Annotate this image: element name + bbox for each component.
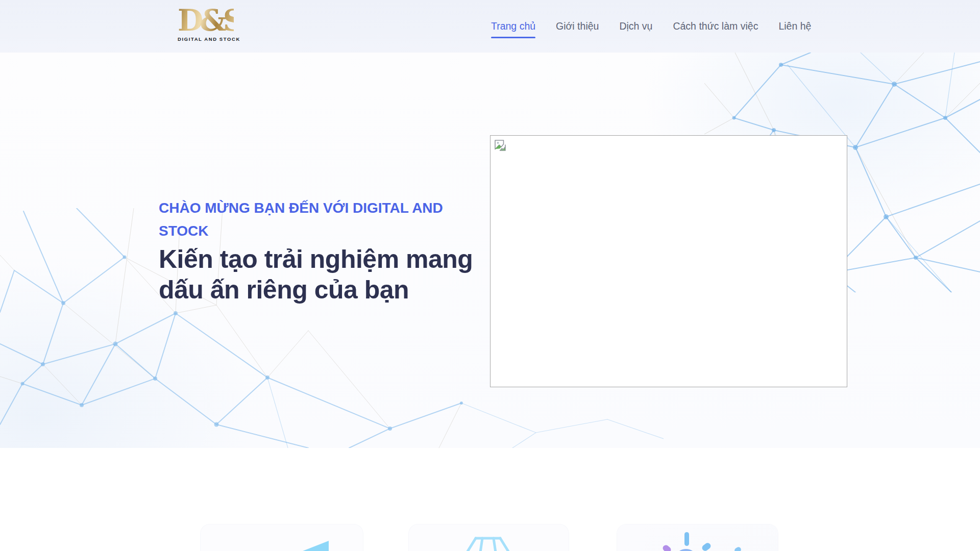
hero-heading-line2: dấu ấn riêng của bạn (159, 274, 473, 305)
header: D&S DIGITAL AND STOCK Trang chủ Giới thi… (0, 0, 980, 53)
feature-card-3 (617, 524, 778, 551)
feature-card-1 (201, 524, 363, 551)
nav-item-contact[interactable]: Liên hệ (778, 20, 811, 32)
hero-image-placeholder (490, 135, 847, 387)
main-navigation: Trang chủ Giới thiệu Dịch vụ Cách thức l… (491, 0, 811, 53)
lightbulb-ray-far-icon (733, 546, 742, 551)
hero-heading: Kiến tạo trải nghiệm mang dấu ấn riêng c… (159, 244, 473, 305)
lightbulb-icon (674, 549, 698, 551)
nav-item-about[interactable]: Giới thiệu (556, 20, 599, 32)
lightbulb-ray-top-icon (684, 532, 689, 546)
brand-monogram: D&S (178, 6, 234, 35)
hero-heading-line1: Kiến tạo trải nghiệm mang (159, 244, 473, 274)
nav-item-process[interactable]: Cách thức làm việc (673, 20, 758, 32)
lightbulb-ray-left-icon (662, 544, 672, 551)
nav-item-home[interactable]: Trang chủ (491, 20, 535, 32)
diamond-icon (461, 537, 515, 551)
feature-card-2 (409, 524, 569, 551)
hero-eyebrow: CHÀO MỪNG BẠN ĐẾN VỚI DIGITAL AND STOCK (159, 196, 496, 242)
paper-plane-triangle-icon (300, 541, 329, 551)
nav-item-services[interactable]: Dịch vụ (619, 20, 652, 32)
broken-image-icon (493, 138, 507, 153)
lightbulb-ray-right-icon (701, 542, 712, 551)
brand-logo[interactable]: D&S DIGITAL AND STOCK (178, 6, 234, 42)
brand-wordmark: DIGITAL AND STOCK (178, 36, 234, 42)
page: D&S DIGITAL AND STOCK Trang chủ Giới thi… (0, 0, 980, 551)
